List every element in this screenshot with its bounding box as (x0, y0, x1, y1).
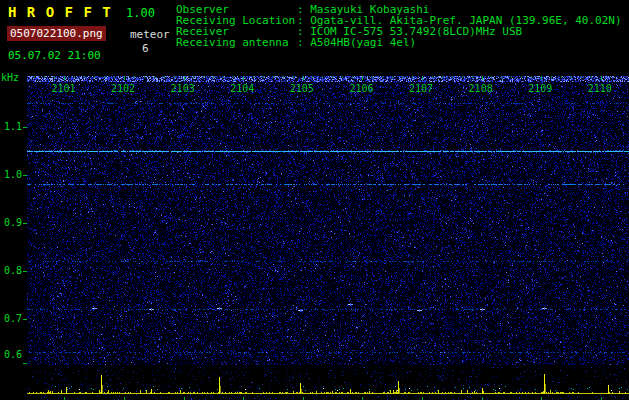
app-title: H R O F F T (8, 4, 112, 20)
time-tick-label: 2103 (171, 83, 195, 94)
freq-tick-label: 0.6 (0, 349, 22, 360)
meteor-count: 6 (142, 42, 149, 55)
info-row: Receiving antenna: A504HB(yagi 4el) (176, 37, 622, 48)
time-tick-label: 2104 (230, 83, 254, 94)
station-info-block: Observer: Masayuki KobayashiReceiving Lo… (176, 4, 622, 48)
time-tick-label: 2110 (588, 83, 612, 94)
time-tick-label: 2109 (528, 83, 552, 94)
time-tick-label: 2101 (51, 83, 75, 94)
freq-unit-label: kHz (1, 72, 19, 83)
freq-tick (23, 363, 27, 364)
mode-label: meteor (130, 28, 170, 41)
freq-tick-label: 1.1 (0, 121, 22, 132)
freq-tick (23, 319, 27, 320)
time-tick-label: 2102 (111, 83, 135, 94)
time-tick-label: 2107 (409, 83, 433, 94)
freq-tick (23, 223, 27, 224)
freq-tick (23, 271, 27, 272)
info-label: Receiving antenna (176, 37, 297, 48)
info-value: A504HB(yagi 4el) (310, 36, 416, 49)
time-tick-label: 2105 (290, 83, 314, 94)
freq-tick-label: 0.9 (0, 217, 22, 228)
datetime-label: 05.07.02 21:00 (8, 49, 101, 62)
spectrogram-canvas (27, 76, 629, 365)
freq-tick-label: 1.0 (0, 169, 22, 180)
time-tick-label: 2108 (469, 83, 493, 94)
freq-tick-label: 0.7 (0, 313, 22, 324)
signal-level-canvas (27, 367, 629, 400)
time-tick-label: 2106 (349, 83, 373, 94)
freq-tick-label: 0.8 (0, 265, 22, 276)
app-version: 1.00 (126, 6, 155, 20)
info-colon: : (297, 36, 310, 49)
output-filename: 0507022100.png (7, 26, 106, 41)
freq-tick (23, 175, 27, 176)
freq-tick (23, 127, 27, 128)
